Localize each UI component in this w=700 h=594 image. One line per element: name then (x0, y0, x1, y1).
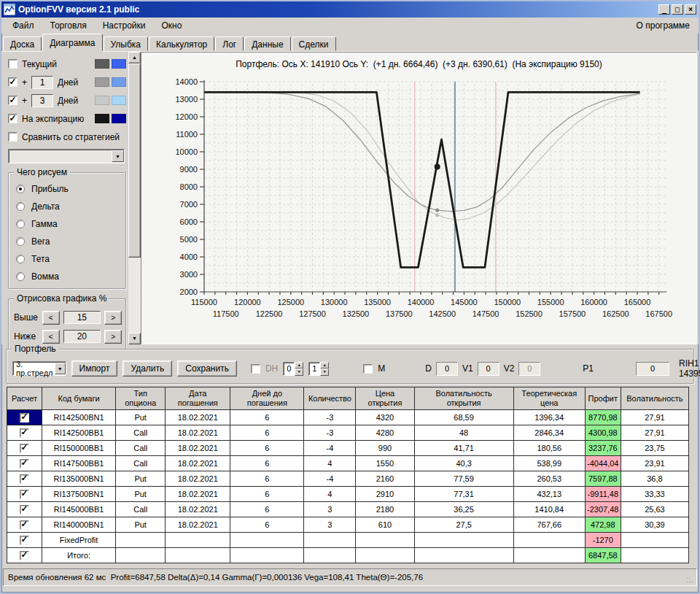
tab-Калькулятор[interactable]: Калькулятор (149, 36, 214, 51)
scrollbar-thumb[interactable] (128, 63, 141, 258)
scroll-up-icon[interactable]: ▲ (128, 52, 141, 63)
strategy-compare-select[interactable]: ▼ (8, 149, 125, 163)
row-select-cell[interactable] (7, 410, 42, 425)
series-checkbox-0[interactable] (8, 59, 18, 69)
tab-Доска[interactable]: Доска (3, 36, 42, 51)
column-header[interactable]: Количество (304, 387, 356, 410)
column-header[interactable]: Расчет (7, 387, 42, 410)
table-cell: 4 (304, 487, 356, 502)
radio-Тета[interactable] (16, 255, 25, 263)
row-select-cell[interactable] (7, 425, 42, 441)
color-swatch[interactable] (95, 77, 109, 87)
radio-Вега[interactable] (16, 237, 25, 246)
column-header[interactable]: Код бумаги (42, 387, 116, 410)
row-select-cell[interactable] (7, 548, 42, 563)
panel-scrollbar[interactable]: ▲ ▼ (128, 52, 141, 344)
row-checkbox[interactable] (20, 551, 29, 560)
row-checkbox[interactable] (20, 444, 29, 453)
increment-button[interactable]: > (104, 311, 122, 325)
menu-item-Настройки[interactable]: Настройки (95, 19, 154, 32)
menu-item-about[interactable]: О программе (631, 19, 696, 32)
series-checkbox-1[interactable] (8, 77, 18, 87)
row-checkbox[interactable] (20, 490, 29, 499)
color-swatch[interactable] (95, 59, 109, 69)
radio-Дельта[interactable] (16, 202, 25, 211)
series-+1 дн (204, 92, 640, 211)
spin-up-icon[interactable]: ▲ (320, 362, 329, 369)
field-D[interactable]: 0 (436, 362, 458, 376)
delete-button[interactable]: Удалить (122, 360, 172, 377)
series-checkbox-3[interactable] (8, 114, 18, 123)
menu-item-Файл[interactable]: Файл (4, 19, 42, 32)
import-button[interactable]: Импорт (71, 360, 118, 377)
tab-Улыбка[interactable]: Улыбка (104, 36, 149, 51)
column-header[interactable]: Дата погашения (166, 387, 230, 410)
column-header[interactable]: Тип опциона (116, 387, 166, 410)
dh-spinner-1[interactable]: 0 ▲▼ (283, 362, 303, 376)
portfolio-select[interactable]: 3. пр.стредл ▼ (12, 361, 66, 376)
color-swatch[interactable] (112, 114, 126, 123)
row-select-cell[interactable] (7, 441, 42, 456)
row-checkbox[interactable] (20, 428, 29, 438)
row-select-cell[interactable] (7, 517, 42, 533)
scroll-down-icon[interactable]: ▼ (128, 333, 141, 344)
maximize-button[interactable]: □ (672, 4, 683, 15)
column-header[interactable]: Цена открытия (356, 387, 414, 410)
row-select-cell[interactable] (7, 502, 42, 517)
color-swatch[interactable] (112, 59, 126, 69)
column-header[interactable]: Теоретическая цена (513, 387, 585, 410)
radio-Вомма[interactable] (16, 272, 25, 281)
field-P1[interactable]: 0 (636, 362, 669, 376)
spin-down-icon[interactable]: ▼ (320, 369, 329, 376)
radio-Гамма[interactable] (16, 220, 25, 228)
menu-item-Торговля[interactable]: Торговля (42, 19, 95, 32)
tab-Данные[interactable]: Данные (244, 36, 290, 51)
column-header[interactable]: Дней до погашения (230, 387, 304, 410)
tab-Сделки[interactable]: Сделки (292, 36, 336, 51)
row-checkbox[interactable] (20, 520, 29, 530)
m-checkbox[interactable] (363, 364, 373, 374)
menu-item-Окно[interactable]: Окно (154, 19, 190, 32)
field-V1[interactable]: 0 (478, 362, 499, 376)
dh-spinner-2[interactable]: 1 ▲▼ (308, 362, 329, 376)
column-header[interactable]: Профит (585, 387, 621, 410)
chevron-down-icon[interactable]: ▼ (55, 363, 66, 374)
increment-button[interactable]: > (104, 330, 122, 344)
chevron-down-icon[interactable]: ▼ (112, 150, 124, 162)
close-button[interactable]: × (685, 4, 696, 15)
row-checkbox[interactable] (20, 536, 29, 545)
column-header[interactable]: Волатильность (621, 387, 688, 410)
tab-Лог[interactable]: Лог (215, 36, 244, 51)
series-checkbox-2[interactable] (8, 96, 18, 105)
row-checkbox[interactable] (20, 459, 29, 468)
spin-up-icon[interactable]: ▲ (295, 362, 303, 369)
resize-grip[interactable]: ..... (686, 575, 695, 584)
row-checkbox[interactable] (20, 505, 29, 514)
scrollbar-track[interactable] (128, 63, 141, 333)
row-select-cell[interactable] (7, 533, 42, 548)
profit-chart[interactable]: 2000300040005000600070008000900010000110… (141, 74, 690, 339)
series-checkbox-4[interactable] (8, 132, 18, 142)
minimize-button[interactable]: _ (658, 4, 670, 15)
radio-Прибыль[interactable] (16, 185, 25, 193)
days-input[interactable]: 1 (31, 76, 53, 89)
row-checkbox[interactable] (20, 474, 29, 484)
row-select-cell[interactable] (7, 487, 42, 502)
decrement-button[interactable]: < (42, 330, 60, 344)
row-checkbox[interactable] (20, 413, 29, 423)
dh-checkbox[interactable] (251, 364, 260, 374)
svg-text:165000: 165000 (624, 298, 651, 306)
field-V2[interactable]: 0 (518, 362, 540, 376)
color-swatch[interactable] (112, 77, 126, 87)
color-swatch[interactable] (95, 114, 109, 123)
row-select-cell[interactable] (7, 456, 42, 471)
column-header[interactable]: Волатильность открытия (414, 387, 513, 410)
tab-Диаграмма[interactable]: Диаграмма (42, 34, 102, 51)
color-swatch[interactable] (95, 96, 109, 105)
color-swatch[interactable] (112, 96, 126, 105)
row-select-cell[interactable] (7, 471, 42, 487)
days-input[interactable]: 3 (31, 94, 53, 107)
spin-down-icon[interactable]: ▼ (295, 369, 303, 376)
decrement-button[interactable]: < (42, 311, 60, 325)
save-button[interactable]: Сохранить (177, 360, 237, 377)
